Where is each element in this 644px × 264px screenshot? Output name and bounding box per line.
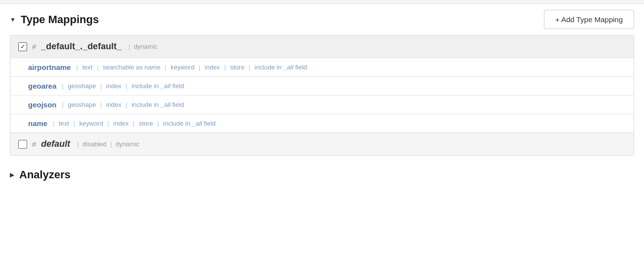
pipe-icon: | xyxy=(224,64,226,71)
checkbox-default-default[interactable]: ✓ xyxy=(18,42,27,51)
analyzers-section: ▶ Analyzers xyxy=(0,164,644,186)
pipe-icon: | xyxy=(133,120,135,127)
field-row-geojson: geojson | geoshape | index | include in … xyxy=(10,95,634,114)
hash-icon-2: # xyxy=(32,140,36,148)
page-container: ▼ Type Mappings + Add Type Mapping ✓ # _… xyxy=(0,0,644,264)
field-name-name[interactable]: name xyxy=(28,119,47,128)
collapse-icon[interactable]: ▼ xyxy=(10,16,16,23)
pipe-icon: | xyxy=(249,64,250,71)
field-row-geoarea: geoarea | geoshape | index | include in … xyxy=(10,76,634,95)
field-name-airportname[interactable]: airportname xyxy=(28,63,71,71)
expand-icon[interactable]: ▶ xyxy=(10,171,14,178)
pipe-icon: | xyxy=(62,101,64,108)
pipe-icon: | xyxy=(126,101,127,108)
italic-all: _all xyxy=(161,82,171,90)
pipe-icon: | xyxy=(73,120,75,127)
italic-name: name xyxy=(144,64,161,71)
separator: | xyxy=(128,43,130,50)
pipe-icon: | xyxy=(76,64,78,71)
pipe-icon: | xyxy=(165,64,166,71)
field-name-geoarea[interactable]: geoarea xyxy=(28,82,57,90)
pipe-icon: | xyxy=(126,82,127,90)
checkbox-default[interactable] xyxy=(18,140,27,149)
italic-all: _all xyxy=(284,64,293,71)
field-row-airportname: airportname | text | searchable as name … xyxy=(10,58,634,76)
mappings-container: ✓ # _default_._default_ | dynamic airpor… xyxy=(10,35,634,156)
field-meta-geojson: | geoshape | index | include in _all fie… xyxy=(60,101,184,108)
mapping-meta-default-default: | dynamic xyxy=(126,43,157,50)
mapping-meta-default: | disabled | dynamic xyxy=(75,140,139,148)
section-title: Type Mappings xyxy=(21,13,99,26)
mapping-header-default-default: ✓ # _default_._default_ | dynamic xyxy=(10,35,634,58)
field-name-geojson[interactable]: geojson xyxy=(28,100,57,109)
mapping-header-default: # default | disabled | dynamic xyxy=(10,133,634,155)
pipe-icon: | xyxy=(100,101,102,108)
add-type-mapping-button[interactable]: + Add Type Mapping xyxy=(544,10,634,29)
hash-icon: # xyxy=(32,42,36,51)
pipe-icon: | xyxy=(157,120,159,127)
pipe-icon: | xyxy=(97,64,98,71)
field-meta-geoarea: | geoshape | index | include in _all fie… xyxy=(60,82,184,90)
mapping-block-default: # default | disabled | dynamic xyxy=(10,133,634,155)
top-bar xyxy=(0,0,644,4)
italic-all: _all xyxy=(192,120,202,127)
analyzers-title: Analyzers xyxy=(19,168,71,181)
mapping-name-default-default: _default_._default_ xyxy=(41,41,121,52)
field-meta-name: | text | keyword | index | store | inclu… xyxy=(50,120,215,127)
mapping-name-default: default xyxy=(41,139,70,149)
pipe-icon: | xyxy=(100,82,102,90)
field-meta-airportname: | text | searchable as name | keyword | … xyxy=(74,64,307,71)
field-row-name: name | text | keyword | index | store | … xyxy=(10,114,634,132)
section-title-group: ▼ Type Mappings xyxy=(10,13,99,26)
pipe-icon: | xyxy=(107,120,109,127)
mapping-block-default-default: ✓ # _default_._default_ | dynamic airpor… xyxy=(10,35,634,133)
checkmark-icon: ✓ xyxy=(20,43,26,50)
section-header: ▼ Type Mappings + Add Type Mapping xyxy=(10,10,634,29)
separator: | xyxy=(77,140,78,148)
italic-all: _all xyxy=(161,101,171,108)
pipe-icon: | xyxy=(199,64,200,71)
pipe-icon: | xyxy=(53,120,54,127)
type-mappings-section: ▼ Type Mappings + Add Type Mapping ✓ # _… xyxy=(0,4,644,156)
separator: | xyxy=(110,140,111,148)
pipe-icon: | xyxy=(62,82,64,90)
